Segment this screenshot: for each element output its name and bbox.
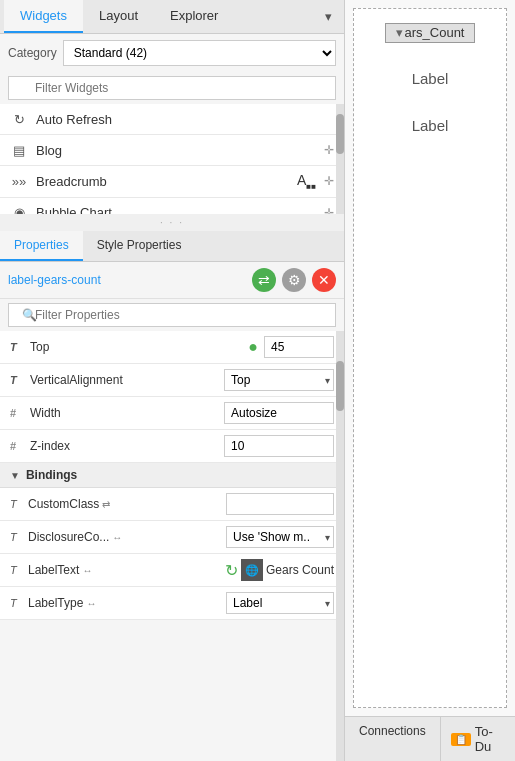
prop-va-select-wrap: Top Middle Bottom ▾ [224, 369, 334, 391]
widget-drag-blog[interactable]: ✛ [324, 143, 334, 157]
widget-search-row: 🔍 [0, 72, 344, 104]
widget-name-bubble-chart: Bubble Chart [36, 205, 316, 214]
prop-type-top: T [10, 341, 24, 353]
widget-icon-blog: ▤ [10, 141, 28, 159]
prop-scrollbar[interactable] [336, 331, 344, 761]
binding-link-arrow-customclass: ⇄ [102, 499, 110, 510]
prop-filter-row: 🔍 [0, 299, 344, 331]
binding-link-arrow-labeltext: ↔ [82, 565, 92, 576]
widget-drag-breadcrumb[interactable]: ✛ [324, 174, 334, 188]
category-label: Category [8, 46, 57, 60]
tab-layout[interactable]: Layout [83, 0, 154, 33]
canvas-badge: ▾ars_Count [385, 23, 476, 43]
prop-va-select[interactable]: Top Middle Bottom [224, 369, 334, 391]
bottom-tabs: Connections 📋 To-Du [345, 716, 515, 761]
tab-explorer[interactable]: Explorer [154, 0, 234, 33]
tab-widgets[interactable]: Widgets [4, 0, 83, 33]
prop-item-width: # Width [0, 397, 344, 430]
binding-value-labeltext: Gears Count [266, 563, 334, 577]
prop-item-zindex: # Z-index [0, 430, 344, 463]
tab-style-properties[interactable]: Style Properties [83, 231, 196, 261]
widget-icon-auto-refresh: ↻ [10, 110, 28, 128]
binding-item-customclass: T CustomClass ⇄ [0, 488, 344, 521]
widget-scrollbar[interactable] [336, 104, 344, 214]
prop-share-button[interactable]: ⇄ [252, 268, 276, 292]
prop-name-zindex: Z-index [30, 439, 218, 453]
widget-scroll-thumb[interactable] [336, 114, 344, 154]
widget-font-btn-breadcrumb[interactable]: A■■ [297, 172, 316, 191]
prop-input-zindex[interactable] [224, 435, 334, 457]
prop-tab-bar: Properties Style Properties [0, 231, 344, 262]
divider: · · · [0, 214, 344, 231]
binding-type-labeltype: T [10, 597, 24, 609]
widget-section: Category Standard (42) 🔍 ↻ Auto Refresh … [0, 34, 344, 214]
binding-refresh-btn-labeltext[interactable]: ↻ [225, 561, 238, 580]
binding-item-labeltype: T LabelType ↔ Label Header Body ▾ [0, 587, 344, 620]
widget-icon-breadcrumb: »» [10, 172, 28, 190]
canvas-area: ▾ars_Count Label Label [353, 8, 507, 708]
widget-list: ↻ Auto Refresh ▤ Blog ✛ »» Breadcrumb A■… [0, 104, 344, 214]
prop-close-button[interactable]: ✕ [312, 268, 336, 292]
prop-item-top-partial: T Top ● [0, 331, 344, 364]
binding-link-arrow-disclosure: ↔ [112, 532, 122, 543]
prop-item-vertical-alignment: T VerticalAlignment Top Middle Bottom ▾ [0, 364, 344, 397]
binding-type-labeltext: T [10, 564, 24, 576]
bindings-section-header: ▼ Bindings [0, 463, 344, 488]
binding-item-disclosure: T DisclosureCo... ↔ Use 'Show m... Custo… [0, 521, 344, 554]
binding-labeltype-select[interactable]: Label Header Body [226, 592, 334, 614]
bindings-toggle[interactable]: ▼ [10, 470, 20, 481]
widget-tab-bar: Widgets Layout Explorer ▾ [0, 0, 344, 34]
tab-connections[interactable]: Connections [345, 717, 441, 761]
tab-todo[interactable]: 📋 To-Du [441, 717, 515, 761]
prop-top-circle[interactable]: ● [248, 338, 258, 356]
canvas-label1: Label [354, 70, 506, 87]
prop-type-zindex: # [10, 440, 24, 452]
todo-label: To-Du [475, 724, 505, 754]
prop-filter-wrap: 🔍 [8, 303, 336, 327]
widget-name-auto-refresh: Auto Refresh [36, 112, 334, 127]
prop-input-width[interactable] [224, 402, 334, 424]
category-select[interactable]: Standard (42) [63, 40, 336, 66]
prop-type-width: # [10, 407, 24, 419]
binding-disclosure-select[interactable]: Use 'Show m... Custom [226, 526, 334, 548]
widget-item-auto-refresh[interactable]: ↻ Auto Refresh [0, 104, 344, 135]
widget-icon-bubble-chart: ◉ [10, 204, 28, 214]
prop-name-width: Width [30, 406, 218, 420]
prop-filter-input[interactable] [8, 303, 336, 327]
binding-type-disclosure: T [10, 531, 24, 543]
binding-globe-btn-labeltext[interactable]: 🌐 [241, 559, 263, 581]
widget-drag-bubble-chart[interactable]: ✛ [324, 206, 334, 214]
canvas-label2: Label [354, 117, 506, 134]
prop-name-va: VerticalAlignment [30, 373, 218, 387]
binding-labeltype-select-wrap: Label Header Body ▾ [226, 592, 334, 614]
binding-type-customclass: T [10, 498, 24, 510]
widget-item-bubble-chart[interactable]: ◉ Bubble Chart ✛ [0, 198, 344, 214]
todo-icon: 📋 [451, 733, 471, 746]
binding-item-labeltext: T LabelText ↔ ↻ 🌐 Gears Count [0, 554, 344, 587]
prop-name-top: Top [30, 340, 242, 354]
prop-gear-button[interactable]: ⚙ [282, 268, 306, 292]
binding-input-customclass[interactable] [226, 493, 334, 515]
widget-name-blog: Blog [36, 143, 316, 158]
binding-link-arrow-labeltype: ↔ [86, 598, 96, 609]
widget-item-blog[interactable]: ▤ Blog ✛ [0, 135, 344, 166]
category-row: Category Standard (42) [0, 34, 344, 72]
prop-scroll-thumb[interactable] [336, 361, 344, 411]
binding-name-labeltype: LabelType ↔ [28, 596, 222, 610]
prop-input-top[interactable] [264, 336, 334, 358]
tab-properties[interactable]: Properties [0, 231, 83, 261]
widget-name-breadcrumb: Breadcrumb [36, 174, 289, 189]
prop-list: T Top ● T VerticalAlignment Top Middle B… [0, 331, 344, 761]
binding-name-disclosure: DisclosureCo... ↔ [28, 530, 222, 544]
bindings-title: Bindings [26, 468, 77, 482]
tab-dropdown-arrow[interactable]: ▾ [317, 3, 340, 30]
widget-item-breadcrumb[interactable]: »» Breadcrumb A■■ ✛ [0, 166, 344, 198]
binding-name-labeltext: LabelText ↔ [28, 563, 221, 577]
properties-section: Properties Style Properties label-gears-… [0, 231, 344, 761]
prop-element-name: label-gears-count [8, 273, 246, 287]
binding-ctrl-labeltext: ↻ 🌐 Gears Count [225, 559, 334, 581]
prop-controls: label-gears-count ⇄ ⚙ ✕ [0, 262, 344, 299]
prop-type-va: T [10, 374, 24, 386]
widget-search-input[interactable] [8, 76, 336, 100]
right-panel: ▾ars_Count Label Label Connections 📋 To-… [345, 0, 515, 761]
